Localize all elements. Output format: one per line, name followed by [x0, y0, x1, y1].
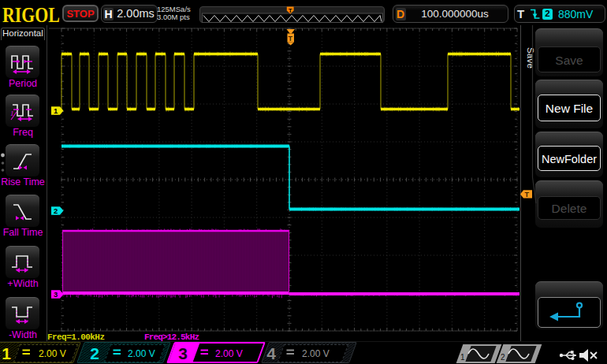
- svg-text:Freq>12.5kHz: Freq>12.5kHz: [144, 332, 199, 341]
- svg-text:Freq=1.00kHz: Freq=1.00kHz: [47, 332, 105, 341]
- svg-text:T: T: [289, 35, 293, 43]
- svg-text:T: T: [289, 7, 292, 14]
- svg-text:2: 2: [54, 206, 58, 215]
- svg-text:3: 3: [54, 290, 58, 299]
- svg-text:1: 1: [54, 106, 58, 115]
